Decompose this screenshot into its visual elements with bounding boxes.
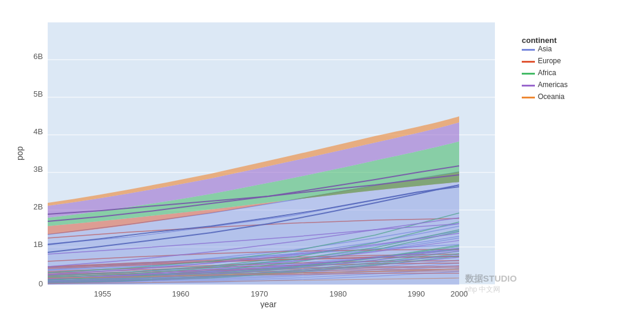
x-tick-1980: 1980 <box>330 289 347 298</box>
x-tick-1955: 1955 <box>94 289 112 298</box>
chart-container: 0 1B 2B 3B 4B 5B 6B pop 1955 1960 1970 1… <box>0 0 644 318</box>
y-tick-3b: 3B <box>33 165 43 174</box>
x-tick-1960: 1960 <box>172 289 190 298</box>
x-axis-label: year <box>260 300 277 308</box>
legend-europe-line <box>522 61 535 63</box>
main-svg: 0 1B 2B 3B 4B 5B 6B pop 1955 1960 1970 1… <box>12 10 632 308</box>
y-tick-2b: 2B <box>33 202 43 211</box>
watermark-sub: php 中文网 <box>465 285 500 294</box>
watermark: 数据STUDIO <box>465 273 517 283</box>
y-tick-5b: 5B <box>33 89 43 98</box>
legend-europe-label: Europe <box>538 57 561 65</box>
legend-oceania-line <box>522 97 535 98</box>
legend-americas-line <box>522 85 535 87</box>
legend-africa-label: Africa <box>538 69 556 77</box>
x-tick-1970: 1970 <box>251 289 268 298</box>
y-tick-4b: 4B <box>33 127 43 136</box>
y-tick-1b: 1B <box>33 240 43 249</box>
svg-rect-10 <box>513 31 623 124</box>
chart-wrapper: 0 1B 2B 3B 4B 5B 6B pop 1955 1960 1970 1… <box>12 10 632 308</box>
legend-asia-label: Asia <box>538 45 552 53</box>
x-tick-1990: 1990 <box>408 289 425 298</box>
legend-title: continent <box>522 36 557 45</box>
y-tick-6b: 6B <box>33 52 43 61</box>
y-tick-0: 0 <box>39 279 43 288</box>
legend-oceania-label: Oceania <box>538 92 565 101</box>
legend-asia-line <box>522 49 535 51</box>
y-axis-label: pop <box>15 146 24 160</box>
legend-africa-line <box>522 73 535 75</box>
legend-americas-label: Americas <box>538 81 568 89</box>
